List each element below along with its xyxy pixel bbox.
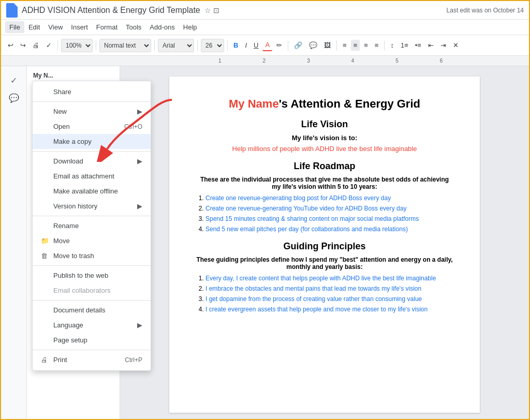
- align-justify-button[interactable]: ≡: [372, 40, 381, 51]
- menu-item-email-collaborators: Email collaborators: [33, 283, 151, 298]
- menu-item-version-history[interactable]: Version history ▶: [33, 199, 151, 214]
- link-button[interactable]: 🔗: [291, 40, 305, 51]
- bold-button[interactable]: B: [231, 40, 241, 51]
- section-life-vision-heading: Life Vision: [195, 119, 454, 130]
- sidebar-icon-spellcheck[interactable]: ✓: [6, 72, 22, 88]
- open-shortcut: Ctrl+O: [124, 123, 142, 130]
- menu-item-trash[interactable]: 🗑 Move to trash: [33, 248, 151, 263]
- menu-help[interactable]: Help: [179, 21, 201, 33]
- menu-addons[interactable]: Add-ons: [145, 21, 179, 33]
- menu-item-print[interactable]: 🖨 Print Ctrl+P: [33, 352, 151, 367]
- numbered-list-button[interactable]: 1≡: [398, 40, 411, 51]
- align-left-button[interactable]: ≡: [340, 40, 349, 51]
- menu-item-new[interactable]: New ▶: [33, 104, 151, 119]
- italic-button[interactable]: I: [242, 40, 249, 51]
- move-icon[interactable]: ⊡: [213, 6, 219, 14]
- menu-tools[interactable]: Tools: [122, 21, 145, 33]
- menu-bar: File Edit View Insert Format Tools Add-o…: [1, 20, 529, 35]
- font-select[interactable]: Arial: [158, 39, 194, 52]
- share-label: Share: [53, 88, 71, 96]
- open-label: Open: [53, 123, 70, 130]
- menu-view[interactable]: View: [44, 21, 67, 33]
- comment-button[interactable]: 💬: [306, 40, 320, 51]
- menu-item-language[interactable]: Language ▶: [33, 318, 151, 333]
- menu-item-offline[interactable]: Make available offline: [33, 184, 151, 199]
- section-guiding-heading: Guiding Principles: [195, 241, 454, 252]
- divider-2: [33, 151, 151, 152]
- version-history-label: Version history: [53, 202, 97, 210]
- print-button[interactable]: 🖨: [30, 40, 42, 51]
- underline-button[interactable]: U: [251, 40, 261, 51]
- roadmap-item-2: Create one revenue-generating YouTube vi…: [205, 205, 454, 212]
- divider2: [96, 40, 96, 51]
- indent-increase-button[interactable]: ⇥: [438, 40, 449, 51]
- indent-decrease-button[interactable]: ⇤: [425, 40, 436, 51]
- title-bar: ADHD VISION Attention & Energy Grid Temp…: [1, 1, 529, 20]
- menu-item-page-setup[interactable]: Page setup: [33, 333, 151, 348]
- spellcheck-button[interactable]: ✓: [43, 40, 54, 51]
- roadmap-item-1: Create one revenue-generating blog post …: [205, 194, 454, 202]
- highlight-button[interactable]: ✏: [274, 40, 285, 51]
- redo-button[interactable]: ↪: [18, 40, 28, 51]
- move-label: Move: [53, 237, 70, 245]
- align-center-button[interactable]: ≡: [351, 40, 360, 51]
- section-life-roadmap-body: These are the individual processes that …: [195, 176, 454, 190]
- page-setup-label: Page setup: [53, 336, 87, 344]
- menu-item-rename[interactable]: Rename: [33, 218, 151, 233]
- outline-item-0[interactable]: My N...: [31, 70, 115, 81]
- divider6: [288, 40, 288, 51]
- section-life-roadmap-heading: Life Roadmap: [195, 161, 454, 172]
- roadmap-item-3: Spend 15 minutes creating & sharing cont…: [205, 215, 454, 222]
- version-arrow-icon: ▶: [137, 202, 142, 210]
- menu-file[interactable]: File: [5, 21, 24, 33]
- divider1: [57, 40, 58, 51]
- menu-item-open[interactable]: Open Ctrl+O: [33, 119, 151, 134]
- menu-item-doc-details[interactable]: Document details: [33, 303, 151, 318]
- sidebar-icon-comment[interactable]: 💬: [6, 90, 22, 106]
- divider-4: [33, 265, 151, 266]
- image-button[interactable]: 🖼: [321, 40, 333, 51]
- divider7: [336, 40, 337, 51]
- trash-label: Move to trash: [53, 252, 94, 260]
- doc-title-suffix: 's Attention & Energy Grid: [279, 97, 420, 110]
- doc-area: My Name's Attention & Energy Grid Life V…: [120, 66, 529, 420]
- text-color-button[interactable]: A: [262, 39, 272, 51]
- menu-insert[interactable]: Insert: [67, 21, 92, 33]
- undo-button[interactable]: ↩: [5, 40, 16, 51]
- fontsize-select[interactable]: 26: [201, 39, 224, 52]
- email-attachment-label: Email as attachment: [53, 172, 114, 180]
- print-shortcut: Ctrl+P: [125, 356, 142, 364]
- folder-icon: 📁: [41, 237, 51, 245]
- ruler: 1 2 3 4 5 6: [1, 56, 529, 66]
- line-spacing-button[interactable]: ↕: [388, 40, 396, 51]
- menu-item-download[interactable]: Download ▶: [33, 154, 151, 169]
- menu-item-publish-web[interactable]: Publish to the web: [33, 268, 151, 283]
- divider-6: [33, 350, 151, 350]
- new-arrow-icon: ▶: [137, 108, 142, 115]
- menu-edit[interactable]: Edit: [24, 21, 44, 33]
- print-label: Print: [53, 356, 67, 364]
- rename-label: Rename: [53, 222, 79, 230]
- align-right-button[interactable]: ≡: [361, 40, 371, 51]
- clear-format-button[interactable]: ✕: [450, 40, 461, 51]
- divider5: [227, 40, 228, 51]
- file-dropdown-menu: Share New ▶ Open Ctrl+O Make a copy: [32, 81, 151, 371]
- document-title: ADHD VISION Attention & Energy Grid Temp…: [22, 6, 200, 15]
- offline-label: Make available offline: [53, 187, 118, 195]
- style-select[interactable]: Normal text: [99, 39, 151, 52]
- trash-icon: 🗑: [41, 252, 51, 260]
- menu-item-make-copy[interactable]: Make a copy: [33, 134, 151, 149]
- bullet-list-button[interactable]: •≡: [413, 40, 424, 51]
- divider-3: [33, 216, 151, 216]
- menu-format[interactable]: Format: [92, 21, 122, 33]
- language-label: Language: [53, 321, 83, 329]
- menu-item-move[interactable]: 📁 Move: [33, 233, 151, 248]
- make-copy-label: Make a copy: [53, 138, 92, 145]
- roadmap-item-4: Send 5 new email pitches per day (for co…: [205, 226, 454, 233]
- divider3: [154, 40, 155, 51]
- zoom-select[interactable]: 100%: [61, 39, 93, 52]
- menu-item-share[interactable]: Share: [33, 84, 151, 99]
- star-icon[interactable]: ☆: [204, 6, 211, 14]
- menu-item-email-attachment[interactable]: Email as attachment: [33, 169, 151, 184]
- new-label: New: [53, 108, 67, 115]
